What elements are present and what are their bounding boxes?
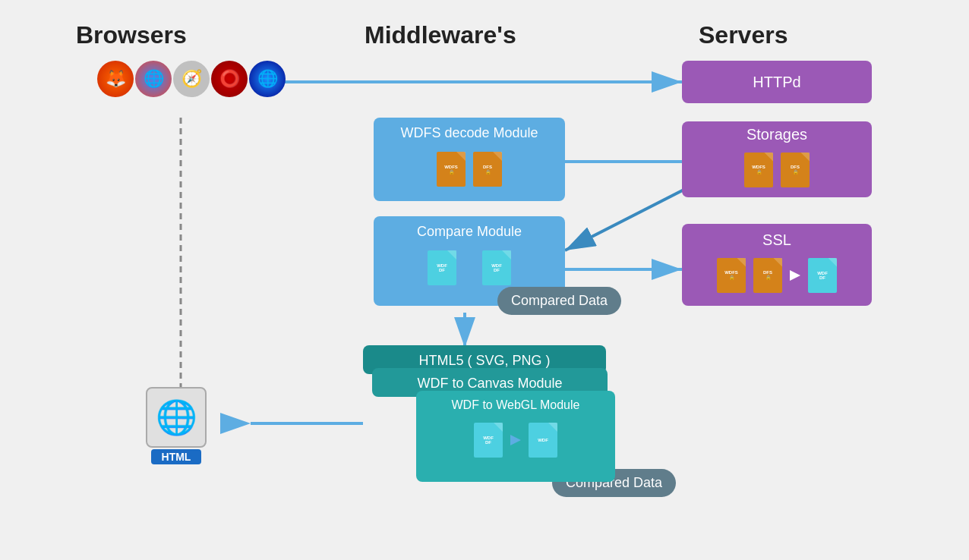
diagram: Browsers Middleware's Servers 🦊 🌐 🧭 ⭕ 🌐 … bbox=[0, 0, 969, 560]
ssl-file3: WDF DF bbox=[805, 255, 840, 296]
storages-files: WDFS 🔒 DFS 🔒 bbox=[741, 146, 813, 193]
svg-line-5 bbox=[565, 182, 699, 250]
compare-file1: WDF DF bbox=[425, 247, 459, 288]
ssl-file1: WDFS 🔒 bbox=[714, 255, 749, 296]
storages-file2: DFS 🔒 bbox=[778, 149, 813, 190]
storages-box: Storages WDFS 🔒 DFS 🔒 bbox=[682, 121, 872, 197]
webgl-arrow bbox=[510, 435, 521, 445]
ssl-file2: DFS 🔒 bbox=[750, 255, 785, 296]
ssl-files: WDFS 🔒 DFS 🔒 WDF DF bbox=[714, 252, 840, 299]
webgl-file1: WDF DF bbox=[471, 420, 506, 461]
html-label: HTML bbox=[151, 449, 202, 464]
wdfs-file1: WDFS 🔒 bbox=[434, 149, 469, 190]
html-icon: 🌐 HTML bbox=[146, 387, 207, 464]
webgl-files: WDF DF WDF bbox=[428, 417, 603, 464]
webgl-file2: WDF bbox=[526, 420, 560, 461]
ssl-box: SSL WDFS 🔒 DFS 🔒 WDF DF bbox=[682, 224, 872, 306]
compare-files: WDF DF WDF DF bbox=[386, 244, 553, 291]
globe-icon: 🌐 bbox=[146, 387, 207, 448]
httpd-box: HTTPd bbox=[682, 61, 872, 103]
servers-title: Servers bbox=[699, 21, 788, 49]
ssl-arrow bbox=[790, 270, 800, 281]
wdfs-files: WDFS 🔒 DFS 🔒 bbox=[386, 146, 553, 193]
middlewares-title: Middleware's bbox=[365, 21, 516, 49]
wdfs-file2: DFS 🔒 bbox=[470, 149, 505, 190]
compare-arrow bbox=[464, 263, 475, 273]
compared-badge-1: Compared Data bbox=[497, 287, 621, 315]
firefox-icon: 🦊 bbox=[97, 61, 134, 97]
wdfs-decode-box: WDFS decode Module WDFS 🔒 DFS 🔒 bbox=[374, 118, 565, 201]
chrome-icon: 🌐 bbox=[135, 61, 172, 97]
opera-icon: ⭕ bbox=[211, 61, 248, 97]
webgl-module-box: WDF to WebGL Module WDF DF WDF bbox=[416, 391, 615, 482]
compare-file2: WDF DF bbox=[479, 247, 514, 288]
safari-icon: 🧭 bbox=[173, 61, 210, 97]
ie-icon: 🌐 bbox=[249, 61, 286, 97]
browsers-title: Browsers bbox=[76, 21, 187, 49]
storages-file1: WDFS 🔒 bbox=[741, 149, 776, 190]
browser-icons: 🦊 🌐 🧭 ⭕ 🌐 bbox=[97, 61, 286, 97]
